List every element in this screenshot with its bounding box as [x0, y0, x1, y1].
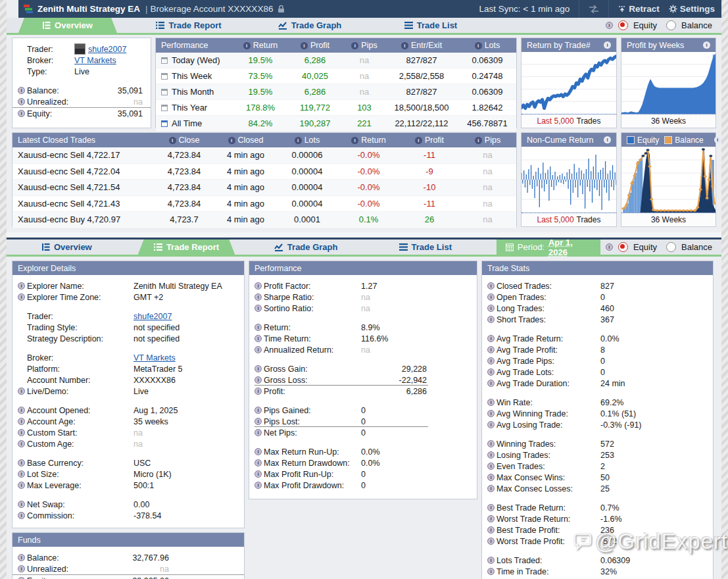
info-icon[interactable]	[487, 282, 495, 290]
info-icon[interactable]	[487, 504, 495, 511]
info-icon[interactable]	[487, 515, 495, 522]
info-icon[interactable]	[18, 110, 25, 117]
tab-overview-2[interactable]: Overview	[18, 239, 116, 255]
broker-link[interactable]: VT Markets	[74, 56, 116, 65]
stat-label: Broker:	[27, 353, 53, 363]
info-icon[interactable]	[255, 470, 262, 478]
info-icon[interactable]	[487, 474, 495, 481]
info-icon[interactable]	[487, 463, 495, 470]
period-label: Period:	[518, 242, 545, 252]
info-icon[interactable]	[487, 526, 495, 534]
info-icon[interactable]	[18, 470, 25, 478]
info-icon[interactable]	[487, 410, 495, 417]
tab-trade-graph[interactable]: Trade Graph	[260, 18, 359, 33]
info-icon[interactable]	[18, 501, 25, 508]
info-icon[interactable]	[18, 482, 25, 489]
sync-arrows-icon[interactable]	[589, 5, 599, 13]
info-icon[interactable]	[18, 282, 25, 290]
info-icon[interactable]	[255, 335, 262, 342]
info-icon[interactable]	[487, 357, 495, 365]
info-icon[interactable]	[255, 448, 262, 455]
info-icon[interactable]	[487, 399, 495, 406]
info-icon[interactable]	[255, 376, 262, 384]
info-icon[interactable]	[255, 388, 262, 395]
info-icon[interactable]	[255, 282, 262, 290]
info-icon[interactable]	[487, 440, 495, 447]
equity-radio-2[interactable]	[618, 242, 628, 252]
settings-button[interactable]: Settings	[669, 4, 715, 14]
info-icon[interactable]	[18, 407, 25, 414]
retract-button[interactable]: Retract	[618, 4, 660, 14]
info-icon[interactable]	[255, 346, 262, 353]
info-icon[interactable]	[255, 418, 262, 425]
info-icon[interactable]	[604, 41, 611, 49]
col-header: Closed	[238, 136, 264, 145]
equity-radio[interactable]	[618, 20, 628, 30]
tab-trade-list[interactable]: Trade List	[381, 18, 480, 33]
info-icon[interactable]	[255, 459, 262, 466]
info-icon[interactable]	[295, 137, 302, 144]
info-icon[interactable]	[18, 388, 25, 395]
info-icon[interactable]	[255, 324, 262, 331]
info-icon[interactable]	[18, 565, 25, 572]
info-icon[interactable]	[606, 22, 613, 29]
info-icon[interactable]	[18, 440, 25, 447]
table-title: Performance	[156, 41, 235, 50]
info-icon[interactable]	[487, 421, 495, 428]
tab-trade-list-2[interactable]: Trade List	[377, 239, 474, 255]
tab-trade-report-2[interactable]: Trade Report	[138, 239, 235, 255]
info-icon[interactable]	[18, 459, 25, 466]
info-icon[interactable]	[606, 243, 613, 251]
info-icon[interactable]	[243, 42, 251, 49]
info-icon[interactable]	[475, 42, 482, 49]
balance-radio[interactable]	[666, 20, 676, 30]
info-icon[interactable]	[255, 482, 262, 489]
info-icon[interactable]	[487, 485, 495, 492]
info-icon[interactable]	[487, 380, 495, 387]
info-icon[interactable]	[255, 293, 262, 301]
info-icon[interactable]	[18, 418, 25, 425]
stat-label: Avg Losing Trade:	[497, 420, 563, 430]
info-icon[interactable]	[401, 42, 408, 49]
tab-overview[interactable]: Overview	[18, 18, 117, 33]
info-icon[interactable]	[487, 316, 495, 323]
info-icon[interactable]	[604, 136, 611, 143]
info-icon[interactable]	[487, 451, 495, 459]
info-icon[interactable]	[487, 335, 495, 342]
period-value[interactable]: Apr 1, 2026	[548, 238, 591, 257]
info-icon[interactable]	[301, 42, 308, 49]
info-icon[interactable]	[18, 554, 25, 561]
info-icon[interactable]	[487, 568, 495, 575]
info-icon[interactable]	[475, 137, 482, 144]
info-icon[interactable]	[351, 137, 358, 144]
info-icon[interactable]	[255, 407, 262, 414]
info-icon[interactable]	[714, 136, 721, 143]
balance-radio-2[interactable]	[666, 242, 676, 252]
info-icon[interactable]	[487, 293, 495, 301]
period-selector[interactable]: Period: Apr 1, 2026	[497, 239, 600, 255]
trader-link[interactable]: shufe2007	[88, 45, 126, 54]
tab-trade-report[interactable]: Trade Report	[139, 18, 238, 33]
info-icon[interactable]	[415, 137, 422, 144]
tab-trade-graph-2[interactable]: Trade Graph	[257, 239, 354, 255]
stat-row: Platform: MetaTrader 5	[12, 363, 244, 374]
info-icon[interactable]	[487, 346, 495, 353]
info-icon[interactable]	[487, 305, 495, 312]
info-icon[interactable]	[18, 293, 25, 301]
info-icon[interactable]	[487, 368, 495, 376]
info-icon[interactable]	[18, 87, 25, 94]
profit-value: -11	[400, 199, 459, 209]
info-icon[interactable]	[255, 429, 262, 436]
chart-caption: 36 Weeks	[621, 213, 716, 226]
info-icon[interactable]	[487, 557, 495, 564]
info-icon[interactable]	[351, 42, 358, 49]
info-icon[interactable]	[703, 41, 710, 49]
info-icon[interactable]	[169, 137, 176, 144]
info-icon[interactable]	[228, 137, 235, 144]
info-icon[interactable]	[18, 98, 25, 105]
info-icon[interactable]	[255, 365, 262, 372]
info-icon[interactable]	[18, 429, 25, 436]
info-icon[interactable]	[487, 538, 495, 545]
info-icon[interactable]	[255, 305, 262, 312]
info-icon[interactable]	[18, 512, 25, 519]
